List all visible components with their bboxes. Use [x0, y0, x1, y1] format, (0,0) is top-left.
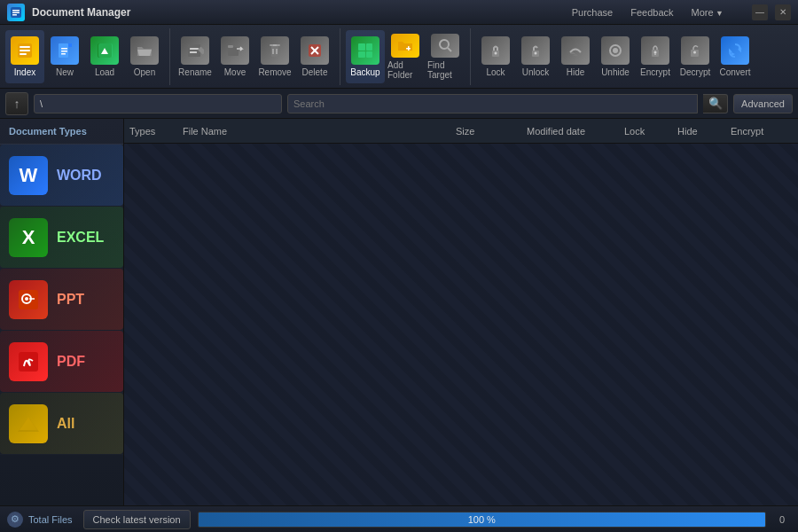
toolbar-group-1: Index New [5, 28, 170, 85]
svg-rect-17 [188, 44, 200, 57]
main-content: Document Types W WORD X EXCEL PPT [0, 119, 798, 505]
col-lock-header: Lock [624, 126, 677, 137]
svg-rect-33 [358, 51, 365, 58]
toolbar-findtarget-button[interactable]: Find Target [426, 30, 465, 83]
decrypt-icon [681, 36, 709, 65]
delete-label: Delete [302, 67, 328, 77]
toolbar: Index New [0, 25, 798, 89]
excel-label: EXCEL [57, 230, 104, 246]
rename-label: Rename [178, 67, 212, 77]
svg-rect-10 [68, 43, 72, 47]
svg-point-44 [613, 48, 618, 53]
svg-rect-13 [61, 53, 66, 55]
progress-bar-container: 100 % [198, 512, 766, 528]
sidebar: Document Types W WORD X EXCEL PPT [0, 119, 124, 505]
sidebar-item-excel[interactable]: X EXCEL [0, 207, 123, 269]
toolbar-rename-button[interactable]: Rename [176, 30, 215, 83]
toolbar-hide-button[interactable]: Hide [556, 30, 595, 83]
addfolder-label: Add Folder [387, 60, 423, 80]
svg-point-37 [440, 40, 449, 49]
total-files-label: Total Files [28, 514, 73, 525]
sidebar-item-all[interactable]: All [0, 393, 123, 455]
app-title: Document Manager [32, 6, 567, 19]
navigate-up-button[interactable]: ↑ [5, 92, 28, 115]
toolbar-remove-button[interactable]: Remove [255, 30, 294, 83]
progress-text: 100 % [199, 512, 765, 527]
search-button[interactable]: 🔍 [703, 94, 728, 113]
check-version-button[interactable]: Check latest version [83, 510, 191, 529]
addfolder-icon [391, 34, 419, 58]
toolbar-addfolder-button[interactable]: Add Folder [386, 30, 425, 83]
svg-rect-12 [61, 51, 67, 52]
titlebar: Document Manager Purchase Feedback More … [0, 0, 798, 25]
toolbar-move-button[interactable]: Move [215, 30, 254, 83]
svg-point-42 [535, 51, 537, 54]
addressbar: ↑ 🔍 Advanced [0, 89, 798, 119]
toolbar-open-button[interactable]: Open [125, 30, 164, 83]
toolbar-delete-button[interactable]: Delete [295, 30, 334, 83]
toolbar-encrypt-button[interactable]: Encrypt [636, 30, 675, 83]
minimize-button[interactable]: — [752, 4, 768, 20]
findtarget-label: Find Target [427, 60, 463, 80]
toolbar-backup-button[interactable]: Backup [346, 30, 385, 83]
more-menu[interactable]: More [686, 5, 729, 20]
toolbar-decrypt-button[interactable]: Decrypt [676, 30, 715, 83]
file-area: Types File Name Size Modified date Lock … [124, 119, 798, 505]
toolbar-lock-button[interactable]: Lock [476, 30, 515, 83]
lock-icon [481, 36, 510, 65]
svg-rect-19 [190, 51, 197, 53]
unhide-icon [601, 36, 630, 65]
delete-icon [301, 36, 329, 65]
svg-rect-6 [20, 50, 30, 51]
advanced-button[interactable]: Advanced [733, 94, 793, 113]
toolbar-unhide-button[interactable]: Unhide [596, 30, 635, 83]
svg-rect-32 [366, 43, 372, 51]
svg-rect-1 [12, 10, 20, 12]
feedback-link[interactable]: Feedback [625, 5, 678, 20]
index-icon [11, 36, 39, 65]
col-hide-header: Hide [677, 126, 731, 137]
word-icon: W [9, 156, 48, 195]
toolbar-convert-button[interactable]: Convert [716, 30, 755, 83]
load-label: Load [95, 67, 114, 77]
lock-label: Lock [486, 67, 505, 77]
new-label: New [56, 67, 74, 77]
svg-rect-3 [12, 14, 17, 16]
toolbar-new-button[interactable]: New [45, 30, 84, 83]
svg-line-38 [448, 48, 451, 51]
ppt-icon [9, 280, 48, 319]
toolbar-group-3: Backup Add Folder Find Target [346, 28, 471, 85]
pdf-label: PDF [57, 354, 85, 370]
svg-rect-7 [20, 53, 27, 55]
svg-rect-34 [366, 51, 372, 58]
toolbar-index-button[interactable]: Index [5, 30, 44, 83]
settings-icon[interactable]: ⚙ [7, 512, 23, 528]
file-count: 0 [773, 514, 791, 525]
purchase-link[interactable]: Purchase [567, 5, 618, 20]
unlock-icon [521, 36, 550, 65]
close-button[interactable]: ✕ [775, 4, 791, 20]
search-input[interactable] [287, 94, 698, 113]
col-modified-header: Modified date [527, 126, 624, 137]
col-size-header: Size [456, 126, 527, 137]
svg-point-49 [693, 51, 696, 53]
path-input[interactable] [34, 94, 282, 113]
move-icon [221, 36, 249, 65]
sidebar-item-word[interactable]: W WORD [0, 145, 123, 207]
word-label: WORD [57, 168, 102, 184]
svg-rect-31 [358, 43, 365, 51]
convert-label: Convert [719, 67, 750, 77]
toolbar-group-4: Lock Unlock Hide [476, 28, 760, 85]
sidebar-item-pdf[interactable]: PDF [0, 331, 123, 393]
toolbar-load-button[interactable]: Load [85, 30, 124, 83]
toolbar-group-2: Rename Move Remo [176, 28, 340, 85]
col-encrypt-header: Encrypt [731, 126, 793, 137]
col-types-header: Types [129, 126, 183, 137]
svg-marker-51 [732, 52, 735, 56]
sidebar-item-ppt[interactable]: PPT [0, 269, 123, 331]
ppt-label: PPT [57, 292, 84, 308]
remove-label: Remove [258, 67, 291, 77]
toolbar-unlock-button[interactable]: Unlock [516, 30, 555, 83]
svg-point-40 [495, 51, 497, 54]
svg-point-46 [654, 51, 657, 53]
